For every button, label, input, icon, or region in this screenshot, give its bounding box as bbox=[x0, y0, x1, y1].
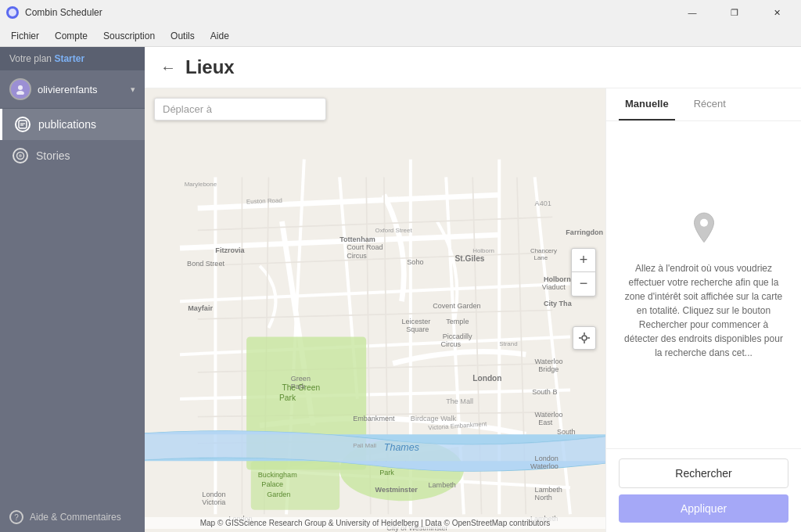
svg-text:Circus: Circus bbox=[347, 252, 367, 260]
svg-text:Leicester: Leicester bbox=[402, 318, 431, 325]
panel-tabs: Manuelle Récent bbox=[606, 88, 801, 121]
maximize-button[interactable]: ❐ bbox=[717, 0, 753, 25]
svg-text:Piccadilly: Piccadilly bbox=[443, 332, 472, 340]
svg-text:Chancery: Chancery bbox=[530, 247, 557, 254]
window-controls: — ❐ ✕ bbox=[674, 0, 795, 25]
svg-point-104 bbox=[700, 219, 708, 227]
svg-text:Holborn: Holborn bbox=[472, 247, 494, 254]
main-area: ← Lieux bbox=[145, 47, 801, 532]
svg-text:Holborn: Holborn bbox=[544, 275, 571, 283]
svg-text:Lambeth: Lambeth bbox=[429, 481, 456, 489]
map-search-placeholder: Déplacer à bbox=[163, 103, 212, 115]
svg-text:Circus: Circus bbox=[440, 340, 461, 348]
svg-text:London: London bbox=[472, 374, 501, 383]
panel-description: Allez à l'endroit où vous voudriez effec… bbox=[622, 261, 785, 360]
plan-name: Starter bbox=[54, 53, 84, 64]
svg-point-2 bbox=[16, 91, 24, 95]
svg-point-1 bbox=[18, 85, 23, 90]
minimize-button[interactable]: — bbox=[674, 0, 710, 25]
svg-point-99 bbox=[582, 336, 587, 340]
stories-label: Stories bbox=[36, 149, 70, 162]
map-container[interactable]: The Green Park Buckingham Palace Garden … bbox=[145, 88, 605, 532]
svg-text:Park: Park bbox=[279, 394, 296, 402]
svg-text:Victoria: Victoria bbox=[202, 498, 226, 506]
plan-banner: Votre plan Starter bbox=[0, 47, 145, 70]
help-icon: ? bbox=[9, 510, 23, 524]
svg-text:North: North bbox=[535, 494, 552, 501]
svg-text:Strand: Strand bbox=[499, 340, 517, 347]
stories-icon bbox=[13, 148, 28, 164]
svg-text:Fitzrovia: Fitzrovia bbox=[215, 246, 245, 254]
account-row[interactable]: olivierenfants ▾ bbox=[0, 70, 145, 109]
map-attribution: Map © GISScience Research Group & Univer… bbox=[145, 517, 605, 529]
svg-text:South B: South B bbox=[532, 388, 557, 396]
help-label: Aide & Commentaires bbox=[30, 512, 121, 523]
titlebar: Combin Scheduler — ❐ ✕ bbox=[0, 0, 801, 25]
svg-text:Park: Park bbox=[379, 469, 394, 476]
svg-text:Birdcage Walk: Birdcage Walk bbox=[411, 415, 457, 422]
svg-text:Lane: Lane bbox=[533, 254, 548, 261]
sidebar: Votre plan Starter olivierenfants ▾ bbox=[0, 47, 145, 532]
svg-text:Palace: Palace bbox=[261, 480, 283, 488]
svg-text:Waterloo: Waterloo bbox=[535, 411, 563, 419]
svg-text:Bond Street: Bond Street bbox=[187, 260, 224, 268]
svg-text:St.Giles: St.Giles bbox=[455, 254, 485, 263]
svg-text:Viaduct: Viaduct bbox=[542, 283, 566, 291]
help-footer[interactable]: ? Aide & Commentaires bbox=[0, 502, 145, 532]
page-title: Lieux bbox=[185, 56, 235, 78]
avatar bbox=[9, 78, 31, 100]
svg-text:Lambeth: Lambeth bbox=[535, 486, 562, 494]
zoom-in-button[interactable]: + bbox=[572, 249, 595, 272]
svg-text:Farringdon: Farringdon bbox=[566, 228, 603, 236]
app-body: Votre plan Starter olivierenfants ▾ bbox=[0, 47, 801, 532]
svg-text:City Tha: City Tha bbox=[544, 300, 573, 307]
svg-text:A401: A401 bbox=[535, 200, 551, 207]
right-panel: Manuelle Récent Allez à l'endroit où vou… bbox=[605, 88, 801, 532]
rechercher-button[interactable]: Rechercher bbox=[619, 458, 788, 488]
svg-text:Waterloo: Waterloo bbox=[535, 358, 563, 365]
app-title: Combin Scheduler bbox=[25, 7, 668, 18]
content-area: The Green Park Buckingham Palace Garden … bbox=[145, 88, 801, 532]
location-icon bbox=[684, 210, 724, 249]
account-name: olivierenfants bbox=[38, 84, 131, 95]
svg-rect-3 bbox=[19, 120, 27, 128]
tab-recent[interactable]: Récent bbox=[688, 88, 732, 120]
map-search-input[interactable]: Déplacer à bbox=[154, 98, 326, 120]
publications-icon bbox=[15, 117, 31, 132]
svg-text:The Mall: The Mall bbox=[446, 397, 473, 405]
svg-text:Euston Road: Euston Road bbox=[246, 197, 282, 206]
menu-fichier[interactable]: Fichier bbox=[3, 27, 47, 45]
sidebar-item-publications[interactable]: publications bbox=[0, 109, 145, 140]
svg-text:Temple: Temple bbox=[446, 318, 469, 325]
appliquer-button[interactable]: Appliquer bbox=[619, 494, 788, 523]
close-button[interactable]: ✕ bbox=[759, 0, 795, 25]
svg-text:London: London bbox=[535, 455, 559, 462]
page-header: ← Lieux bbox=[145, 47, 801, 88]
zoom-out-button[interactable]: − bbox=[572, 272, 595, 296]
svg-text:Garden: Garden bbox=[267, 491, 290, 498]
svg-text:Park: Park bbox=[291, 383, 306, 390]
svg-text:Buckingham: Buckingham bbox=[258, 471, 297, 479]
tab-manuelle[interactable]: Manuelle bbox=[619, 88, 675, 120]
svg-text:East: East bbox=[538, 419, 553, 426]
map-locate-button[interactable] bbox=[573, 326, 596, 350]
svg-text:Court Road: Court Road bbox=[347, 243, 383, 251]
svg-text:Oxford Street: Oxford Street bbox=[375, 227, 413, 234]
svg-text:Soho: Soho bbox=[407, 258, 423, 266]
svg-point-0 bbox=[9, 9, 16, 16]
svg-text:Bridge: Bridge bbox=[538, 365, 559, 373]
menu-outils[interactable]: Outils bbox=[163, 27, 203, 45]
panel-content: Allez à l'endroit où vous voudriez effec… bbox=[606, 121, 801, 448]
svg-text:Covent Garden: Covent Garden bbox=[433, 302, 480, 310]
menu-compte[interactable]: Compte bbox=[47, 27, 95, 45]
svg-text:Tottenham: Tottenham bbox=[339, 235, 375, 243]
menubar: Fichier Compte Souscription Outils Aide bbox=[0, 25, 801, 47]
sidebar-item-stories[interactable]: Stories bbox=[0, 140, 145, 171]
map-zoom-controls: + − bbox=[571, 248, 596, 297]
svg-text:Thames: Thames bbox=[384, 442, 419, 453]
menu-souscription[interactable]: Souscription bbox=[95, 27, 163, 45]
menu-aide[interactable]: Aide bbox=[203, 27, 237, 45]
svg-text:Westminster: Westminster bbox=[375, 486, 418, 494]
chevron-down-icon: ▾ bbox=[131, 84, 135, 95]
back-button[interactable]: ← bbox=[160, 59, 176, 75]
